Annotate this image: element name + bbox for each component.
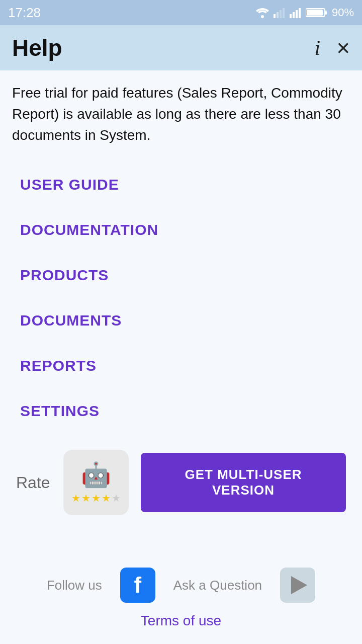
battery-percentage: 90% — [332, 6, 354, 19]
star-4: ★ — [102, 492, 111, 504]
svg-rect-2 — [277, 12, 279, 18]
star-2: ★ — [81, 492, 90, 504]
menu-item-user-guide[interactable]: USER GUIDE — [12, 162, 350, 207]
header-actions: i × — [314, 34, 350, 61]
get-multiuser-button[interactable]: GET MULTI-USER VERSION — [141, 453, 346, 512]
rate-label: Rate — [16, 473, 51, 492]
battery-icon — [306, 7, 328, 18]
svg-rect-10 — [307, 10, 323, 16]
status-icons: 90% — [255, 6, 354, 19]
footer-social-row: Follow us f Ask a Question — [47, 568, 315, 603]
svg-rect-1 — [274, 14, 276, 18]
ask-question-label: Ask a Question — [173, 578, 262, 593]
footer: Follow us f Ask a Question Terms of use — [0, 555, 362, 644]
status-bar: 17:28 90% — [0, 0, 362, 25]
svg-rect-7 — [296, 10, 298, 18]
svg-rect-11 — [325, 11, 327, 15]
android-icon: 🤖 — [81, 461, 111, 489]
svg-rect-4 — [283, 8, 285, 18]
wifi-icon — [255, 7, 269, 18]
follow-us-label: Follow us — [47, 578, 102, 593]
send-icon — [291, 576, 307, 594]
main-content: Free trial for paid features (Sales Repo… — [0, 70, 362, 555]
menu-item-settings[interactable]: SETTINGS — [12, 388, 350, 434]
status-time: 17:28 — [8, 5, 41, 21]
menu-item-documents[interactable]: DOCUMENTS — [12, 298, 350, 343]
star-1: ★ — [71, 492, 80, 504]
free-trial-description: Free trial for paid features (Sales Repo… — [12, 83, 350, 146]
svg-rect-6 — [293, 12, 295, 18]
menu-item-reports[interactable]: REPORTS — [12, 343, 350, 388]
header: Help i × — [0, 25, 362, 70]
menu-item-documentation[interactable]: DOCUMENTATION — [12, 207, 350, 253]
terms-of-use-link[interactable]: Terms of use — [141, 613, 221, 629]
svg-point-0 — [261, 15, 264, 18]
menu-list: USER GUIDE DOCUMENTATION PRODUCTS DOCUME… — [12, 162, 350, 434]
facebook-button[interactable]: f — [120, 568, 155, 603]
rate-app-button[interactable]: 🤖 ★ ★ ★ ★ ★ — [63, 450, 129, 515]
signal-icon-2 — [290, 7, 302, 18]
rate-section: Rate 🤖 ★ ★ ★ ★ ★ GET MULTI-USER VERSION — [12, 450, 350, 515]
close-button[interactable]: × — [336, 34, 350, 61]
svg-rect-8 — [299, 8, 301, 18]
star-3: ★ — [92, 492, 101, 504]
svg-rect-3 — [280, 10, 282, 18]
star-5: ★ — [112, 492, 121, 504]
ask-question-button[interactable] — [280, 568, 315, 603]
info-icon[interactable]: i — [314, 36, 320, 60]
svg-rect-5 — [290, 14, 292, 18]
signal-icon-1 — [274, 7, 286, 18]
menu-item-products[interactable]: PRODUCTS — [12, 253, 350, 298]
page-title: Help — [12, 34, 62, 61]
stars-row: ★ ★ ★ ★ ★ — [71, 492, 121, 504]
